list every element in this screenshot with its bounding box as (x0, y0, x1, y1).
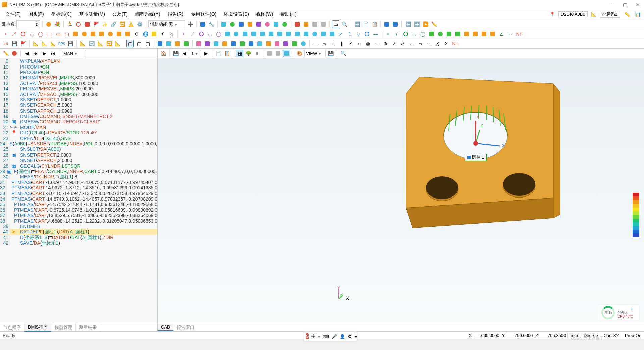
torus-icon[interactable] (264, 20, 271, 28)
code-line[interactable]: 13ACLRAT/POSACL,MMPSS,100.0000 (0, 81, 157, 86)
code-line[interactable]: 20▣DMESW/COMAND,'REPORT/CLEAR' (0, 119, 157, 124)
con-el-icon[interactable]: ◯ (215, 30, 222, 38)
sphere-icon[interactable] (229, 20, 236, 28)
con-rect-icon[interactable] (276, 30, 283, 38)
ball-icon[interactable] (281, 20, 288, 28)
con-hex-icon[interactable] (302, 30, 310, 38)
math-feat-icon[interactable]: ƒ (159, 30, 166, 38)
tab-meas-result[interactable]: 测量结果 (76, 324, 100, 331)
view-select-icon[interactable]: ▦ (236, 50, 243, 57)
code-line[interactable]: 27SNSET/APPRCH,2.0000 (0, 158, 157, 163)
slot-feat-icon[interactable] (150, 30, 158, 38)
ime-gear-icon[interactable]: ⚙ (348, 334, 352, 339)
gdt-sym-icon[interactable]: ⌯ (373, 40, 380, 47)
cone-feat-icon[interactable] (98, 30, 105, 38)
con-mov-icon[interactable]: ↗ (337, 30, 344, 38)
code-line[interactable]: 25SNSLCT/SA(A0B0) (0, 146, 157, 152)
con-sph-icon[interactable] (232, 30, 240, 38)
gdt-conc-icon[interactable]: ◎ (364, 40, 372, 47)
view-t2-icon[interactable] (274, 50, 282, 57)
circle-feat-icon[interactable] (19, 30, 27, 38)
code-line[interactable]: 41D(坐标系1_S)=DATSET/DAT(A_圆柱1),ZDIR (0, 235, 157, 240)
dim-ang-icon[interactable]: ∡ (434, 40, 441, 47)
con-cone-icon[interactable] (250, 30, 257, 38)
view-t3-icon[interactable] (283, 50, 290, 57)
menu-software[interactable]: 专用软件(O) (188, 11, 219, 18)
perf-widget[interactable]: 79% + 246K/s CPU 48°C (599, 304, 639, 321)
menu-file[interactable]: 文件(F) (3, 11, 23, 18)
flag-icon[interactable]: 🚩 (92, 20, 100, 28)
code-line[interactable]: 34PTMEAS/CART,-14.6749,3.1062,-14.4057,0… (0, 196, 157, 202)
db5-icon[interactable] (195, 40, 202, 47)
gdt-runc-icon[interactable]: ↗ (390, 40, 398, 47)
save-icon[interactable]: 💾 (11, 40, 18, 47)
rewind-icon[interactable]: ⏮ (32, 50, 39, 57)
init-icon[interactable]: Init (2, 40, 9, 47)
stop-red-icon[interactable] (11, 50, 18, 57)
sphere-feat-icon[interactable] (80, 30, 88, 38)
dbf-icon[interactable] (282, 40, 289, 47)
view-next-icon[interactable]: ▶ (202, 50, 210, 57)
code-line[interactable]: 17SNSET/SEARCH,5.0000 (0, 102, 157, 108)
ime-user-icon[interactable]: 👤 (340, 334, 345, 339)
cyl-icon[interactable] (237, 20, 245, 28)
zoom-fit-icon[interactable]: 🔍 (341, 20, 348, 28)
gdt-perp-icon[interactable]: ⊥ (329, 40, 337, 47)
code-line[interactable]: 30MEAS/CYLNDR,F(圆柱1),8 (0, 174, 157, 179)
tol-cy-icon[interactable] (445, 30, 453, 38)
align-icon[interactable] (199, 20, 206, 28)
cs3-icon[interactable]: 📐 (49, 40, 57, 47)
gdt-runt-icon[interactable]: ⤢ (399, 40, 407, 47)
view-home-icon[interactable]: 🏠 (160, 50, 167, 57)
cs1-icon[interactable]: 📐 (32, 40, 39, 47)
rect-feat-icon[interactable]: ▭ (54, 30, 62, 38)
tol-pl-icon[interactable] (428, 30, 435, 38)
code-line[interactable]: 35PTMEAS/CART,-14.7542,2.7044,-1.1731,0.… (0, 202, 157, 207)
code-line[interactable]: 24S(A0B0)=SNSDEF/PROBE,INDEX,POL,0.0,0.0… (0, 141, 157, 146)
con-plane-icon[interactable] (224, 30, 231, 38)
tol-sl-icon[interactable] (463, 30, 470, 38)
view-copy-icon[interactable]: 📄 (215, 50, 222, 57)
view-zoom-icon[interactable]: 🔍 (339, 50, 347, 57)
torus-feat-icon[interactable] (107, 30, 114, 38)
points-input[interactable] (16, 20, 40, 28)
save2-icon[interactable]: 💾 (67, 40, 74, 47)
tol-sq-icon[interactable] (472, 30, 479, 38)
view-paste-icon[interactable]: 📋 (223, 50, 231, 57)
dim-x-icon[interactable]: X (443, 40, 450, 47)
fx3-icon[interactable] (311, 20, 318, 28)
db7-icon[interactable] (212, 40, 220, 47)
dim-nt-icon[interactable]: NT (451, 40, 459, 47)
menu-settings[interactable]: 环境设置(S) (221, 11, 252, 18)
view-prev-icon[interactable]: ◀ (181, 50, 188, 57)
grid-icon[interactable] (383, 20, 390, 28)
mode-combo[interactable]: MAN (62, 50, 85, 57)
con-proj-icon[interactable]: ⤵ (346, 30, 353, 38)
tol-pt-icon[interactable]: • (384, 30, 392, 38)
cyl-feat-icon[interactable] (89, 30, 97, 38)
menu-tolerance[interactable]: 公差(T) (110, 11, 130, 18)
code-line[interactable]: 32PTMEAS/CART,14.9372,-1.3712,-14.3516,-… (0, 185, 157, 190)
gdt-circy-icon[interactable]: ○ (356, 40, 363, 47)
tol-dist-icon[interactable]: ↔ (506, 30, 514, 38)
code-line[interactable]: 42SAVE/DA(坐标系1) (0, 240, 157, 246)
con-key-icon[interactable] (293, 30, 301, 38)
cube2-icon[interactable] (272, 20, 280, 28)
con-srf-icon[interactable] (328, 30, 336, 38)
curve-feat-icon[interactable] (115, 30, 123, 38)
box1-icon[interactable]: ▢ (126, 40, 134, 47)
pause-icon[interactable]: 💐 (54, 20, 61, 28)
aux-combo[interactable]: 辅助功能 无 (148, 20, 185, 28)
view-tree-icon[interactable]: 🌳 (245, 50, 252, 57)
ime-menu-icon[interactable]: ≡ (355, 334, 357, 339)
con-cyl-icon[interactable] (241, 30, 249, 38)
aux-add-icon[interactable]: ➕ (186, 20, 194, 28)
measure-icon[interactable]: 📏 (623, 11, 631, 18)
code-line[interactable]: 23OPEN/DID(D2L40),SNS (0, 135, 157, 141)
ellipse-feat-icon[interactable]: ◯ (37, 30, 44, 38)
link-icon[interactable]: 🔗 (110, 20, 117, 28)
db6-icon[interactable] (204, 40, 211, 47)
ime-mic-icon[interactable]: 🎤 (332, 334, 337, 339)
gdt-prof-icon[interactable]: ⌓ (408, 40, 415, 47)
code-line[interactable]: 36PTMEAS/CART,-0.8725,14.9746,-1.0151,0.… (0, 207, 157, 213)
